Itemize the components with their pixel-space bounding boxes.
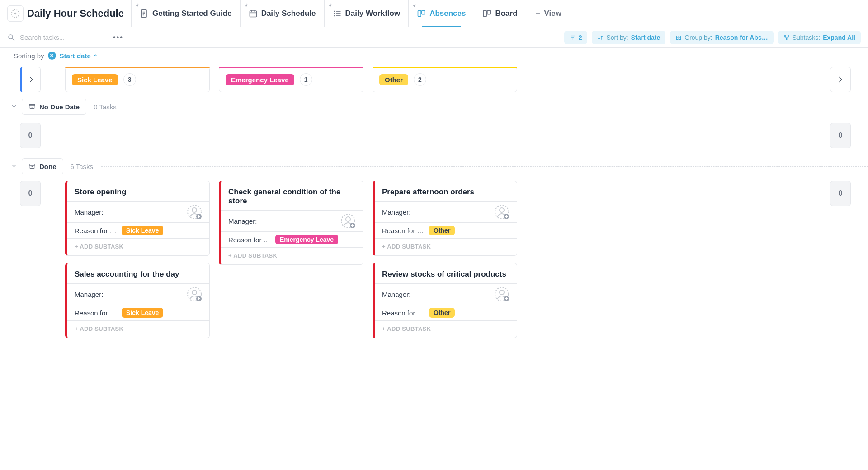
- divider: [125, 107, 868, 107]
- collapse-toggle[interactable]: [11, 103, 17, 111]
- add-subtask-button[interactable]: + ADD SUBTASK: [221, 247, 363, 264]
- right-zero-cell: 0: [830, 181, 851, 206]
- task-title: Check general condition of the store: [221, 181, 363, 210]
- chevron-right-icon: [836, 75, 844, 84]
- subtasks-chip-label: Subtasks:: [793, 34, 820, 41]
- section-header-done: Done 6 Tasks: [0, 152, 868, 179]
- add-subtask-button[interactable]: + ADD SUBTASK: [375, 238, 517, 255]
- column-header-emergency-leave[interactable]: Emergency Leave 1: [219, 67, 363, 92]
- tab-daily-schedule[interactable]: Daily Schedule: [240, 0, 324, 27]
- section-name-box[interactable]: No Due Date: [22, 99, 86, 115]
- board-icon: [417, 9, 426, 18]
- tab-label: Daily Workflow: [345, 9, 401, 18]
- subtasks-chip[interactable]: Subtasks: Expand All: [778, 31, 861, 44]
- field-label-manager: Manager:: [382, 208, 425, 216]
- section-no-due-date-row: 0 0: [0, 119, 868, 152]
- app-logo: [7, 5, 24, 22]
- section-header-no-due-date: No Due Date 0 Tasks: [0, 92, 868, 119]
- chevron-down-icon: [11, 163, 17, 169]
- column-header-other[interactable]: Other 2: [373, 67, 517, 92]
- column-count: 3: [123, 73, 136, 86]
- doc-icon: [140, 9, 149, 18]
- task-card[interactable]: Sales accounting for the day Manager: Re…: [65, 263, 210, 338]
- reason-tag: Other: [429, 308, 455, 318]
- view-tabs: Getting Started Guide Daily Schedule Dai…: [131, 0, 570, 27]
- scroll-left-button[interactable]: [20, 67, 41, 92]
- task-title: Sales accounting for the day: [67, 263, 209, 283]
- board-area: Sick Leave 3 Emergency Leave 1 Other 2 N…: [0, 62, 868, 363]
- add-view-button[interactable]: View: [526, 0, 570, 27]
- sort-chip[interactable]: Sort by: Start date: [592, 31, 665, 44]
- field-label-reason: Reason for …: [75, 227, 118, 235]
- column-tag: Sick Leave: [72, 74, 118, 85]
- pin-icon: [411, 3, 417, 8]
- filter-bar: ••• 2 Sort by: Start date Group by: Reas…: [0, 27, 868, 48]
- task-title: Review stocks of critical products: [375, 263, 517, 283]
- assignee-avatar-icon[interactable]: [187, 287, 202, 302]
- collapse-toggle[interactable]: [11, 162, 17, 170]
- cards-row: 0 Store opening Manager: Reason for … Si…: [0, 179, 868, 345]
- sort-icon: [597, 34, 604, 41]
- add-subtask-button[interactable]: + ADD SUBTASK: [375, 320, 517, 338]
- column-other: Prepare afternoon orders Manager: Reason…: [373, 181, 517, 345]
- tree-icon: [783, 34, 790, 41]
- add-view-label: View: [544, 9, 561, 18]
- field-label-manager: Manager:: [75, 208, 118, 216]
- tab-daily-workflow[interactable]: Daily Workflow: [324, 0, 409, 27]
- reason-tag: Sick Leave: [122, 308, 163, 318]
- search-input[interactable]: [19, 33, 91, 42]
- task-title: Store opening: [67, 181, 209, 201]
- archive-icon: [28, 163, 36, 170]
- sorting-pill[interactable]: ✕ Start date: [48, 52, 98, 60]
- add-subtask-button[interactable]: + ADD SUBTASK: [67, 238, 209, 255]
- section-name: No Due Date: [39, 103, 80, 111]
- tab-absences[interactable]: Absences: [408, 0, 474, 27]
- field-label-manager: Manager:: [382, 291, 425, 298]
- section-name: Done: [39, 163, 57, 170]
- task-card[interactable]: Check general condition of the store Man…: [219, 181, 363, 265]
- task-card[interactable]: Store opening Manager: Reason for … Sick…: [65, 181, 210, 256]
- task-card[interactable]: Prepare afternoon orders Manager: Reason…: [373, 181, 517, 256]
- sorting-label: Sorting by: [14, 52, 44, 60]
- pin-icon: [243, 3, 249, 8]
- chevron-right-icon: [27, 75, 35, 84]
- scroll-right-button[interactable]: [830, 67, 851, 92]
- field-label-reason: Reason for …: [75, 309, 118, 317]
- add-subtask-button[interactable]: + ADD SUBTASK: [67, 320, 209, 338]
- task-card[interactable]: Review stocks of critical products Manag…: [373, 263, 517, 338]
- group-chip[interactable]: Group by: Reason for Abs…: [670, 31, 773, 44]
- subtasks-chip-value: Expand All: [823, 34, 855, 41]
- field-label-reason: Reason for …: [228, 236, 272, 244]
- column-headers-row: Sick Leave 3 Emergency Leave 1 Other 2: [0, 62, 868, 92]
- chevron-up-icon: [93, 53, 98, 58]
- tab-label: Absences: [429, 9, 466, 18]
- assignee-avatar-icon[interactable]: [187, 204, 202, 220]
- assignee-avatar-icon[interactable]: [494, 287, 509, 302]
- left-zero-cell: 0: [20, 123, 41, 148]
- filter-chip[interactable]: 2: [564, 31, 588, 44]
- search-box[interactable]: [7, 33, 107, 42]
- assignee-avatar-icon[interactable]: [494, 204, 509, 220]
- sort-chip-label: Sort by:: [606, 34, 628, 41]
- left-zero-cell: 0: [20, 181, 41, 206]
- field-label-manager: Manager:: [75, 291, 118, 298]
- section-name-box[interactable]: Done: [22, 158, 63, 174]
- pin-icon: [134, 3, 140, 8]
- tab-board[interactable]: Board: [474, 0, 525, 27]
- sorting-row: Sorting by ✕ Start date: [0, 48, 868, 62]
- board-icon: [482, 9, 491, 18]
- tab-label: Getting Started Guide: [152, 9, 232, 18]
- assignee-avatar-icon[interactable]: [340, 213, 356, 229]
- group-icon: [675, 34, 682, 41]
- column-header-sick-leave[interactable]: Sick Leave 3: [65, 67, 210, 92]
- column-tag: Emergency Leave: [226, 74, 294, 85]
- clear-sort-icon[interactable]: ✕: [48, 52, 56, 60]
- group-chip-label: Group by:: [684, 34, 712, 41]
- chevron-down-icon: [11, 103, 17, 109]
- more-options-button[interactable]: •••: [111, 32, 125, 43]
- archive-icon: [28, 103, 36, 110]
- reason-tag: Emergency Leave: [275, 235, 338, 244]
- tab-getting-started[interactable]: Getting Started Guide: [131, 0, 240, 27]
- column-emergency-leave: Check general condition of the store Man…: [219, 181, 363, 272]
- task-title: Prepare afternoon orders: [375, 181, 517, 201]
